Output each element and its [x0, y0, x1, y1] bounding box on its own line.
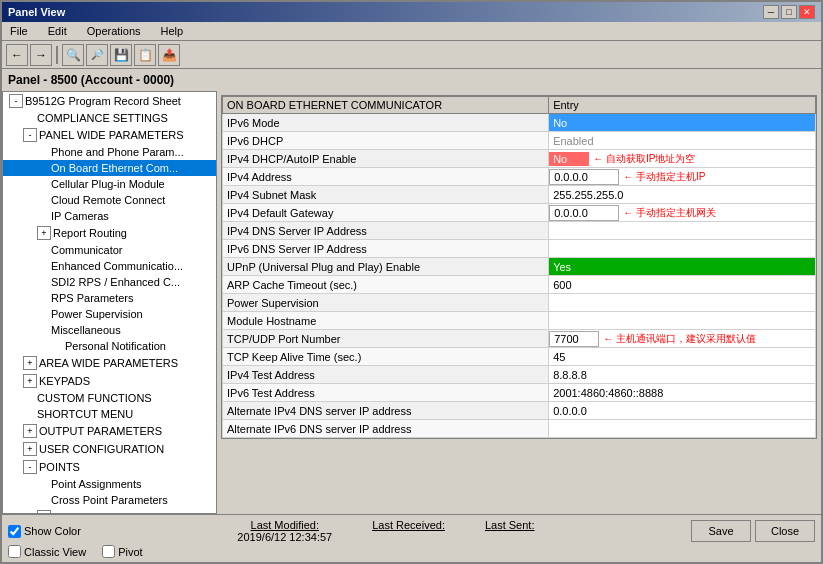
data-table-container[interactable]: ON BOARD ETHERNET COMMUNICATOR Entry IPv… [221, 95, 817, 439]
report-routing-toggle[interactable]: + [37, 226, 51, 240]
tree-onboard[interactable]: On Board Ethernet Com... [3, 160, 216, 176]
tree-user-config[interactable]: + USER CONFIGURATION [3, 440, 216, 458]
row-value[interactable]: No ← 自动获取IP地址为空 [549, 150, 816, 168]
back-button[interactable]: ← [6, 44, 28, 66]
row-value[interactable] [549, 312, 816, 330]
output-label: OUTPUT PARAMETERS [39, 425, 162, 437]
tree-power[interactable]: Power Supervision [3, 306, 216, 322]
row-value[interactable]: 0.0.0.0 ← 手动指定主机IP [549, 168, 816, 186]
table-row: TCP/UDP Port Number 7700 ← 主机通讯端口，建议采用默认… [223, 330, 816, 348]
menu-operations[interactable]: Operations [83, 24, 145, 38]
row-value[interactable]: No [549, 114, 816, 132]
table-row: Alternate IPv6 DNS server IP address [223, 420, 816, 438]
tree-panel-wide[interactable]: - PANEL WIDE PARAMETERS [3, 126, 216, 144]
annotation-tcp-port: ← 主机通讯端口，建议采用默认值 [603, 332, 756, 346]
search2-button[interactable]: 🔎 [86, 44, 108, 66]
table-row: UPnP (Universal Plug and Play) Enable Ye… [223, 258, 816, 276]
close-button-bottom[interactable]: Close [755, 520, 815, 542]
row-value[interactable]: 7700 ← 主机通讯端口，建议采用默认值 [549, 330, 816, 348]
phone-label: Phone and Phone Param... [51, 146, 184, 158]
tree-output[interactable]: + OUTPUT PARAMETERS [3, 422, 216, 440]
panel-wide-toggle[interactable]: - [23, 128, 37, 142]
row-value[interactable] [549, 222, 816, 240]
show-color-checkbox[interactable] [8, 525, 21, 538]
row-label: Alternate IPv4 DNS server IP address [223, 402, 549, 420]
menu-file[interactable]: File [6, 24, 32, 38]
pivot-checkbox[interactable] [102, 545, 115, 558]
row-value[interactable]: 2001:4860:4860::8888 [549, 384, 816, 402]
user-config-toggle[interactable]: + [23, 442, 37, 456]
tree-cross-point[interactable]: Cross Point Parameters [3, 492, 216, 508]
pivot-label[interactable]: Pivot [102, 545, 142, 558]
toolbar: ← → 🔍 🔎 💾 📋 📤 [2, 41, 821, 69]
tree-custom-fn[interactable]: CUSTOM FUNCTIONS [3, 390, 216, 406]
root-toggle[interactable]: - [9, 94, 23, 108]
tree-cellular[interactable]: Cellular Plug-in Module [3, 176, 216, 192]
tree-ipcameras[interactable]: IP Cameras [3, 208, 216, 224]
row-label: TCP Keep Alive Time (sec.) [223, 348, 549, 366]
points-label: POINTS [39, 461, 80, 473]
row-value[interactable]: 0.0.0.0 [549, 402, 816, 420]
row-value[interactable] [549, 294, 816, 312]
tree-report-routing[interactable]: + Report Routing [3, 224, 216, 242]
menu-help[interactable]: Help [157, 24, 188, 38]
maximize-button[interactable]: □ [781, 5, 797, 19]
menu-bar: File Edit Operations Help [2, 22, 821, 41]
ipcameras-label: IP Cameras [51, 210, 109, 222]
separator1 [56, 46, 58, 64]
save-button[interactable]: Save [691, 520, 751, 542]
close-button[interactable]: ✕ [799, 5, 815, 19]
row-value[interactable]: Enabled [549, 132, 816, 150]
row-label: IPv6 DNS Server IP Address [223, 240, 549, 258]
window-controls: ─ □ ✕ [763, 5, 815, 19]
row-value[interactable]: 0.0.0.0 ← 手动指定主机网关 [549, 204, 816, 222]
tree-rps-params[interactable]: RPS Parameters [3, 290, 216, 306]
tree-root[interactable]: - B9512G Program Record Sheet [3, 92, 216, 110]
tree-shortcut[interactable]: SHORTCUT MENU [3, 406, 216, 422]
points-toggle[interactable]: - [23, 460, 37, 474]
tree-points[interactable]: - POINTS [3, 458, 216, 476]
row-value[interactable]: 45 [549, 348, 816, 366]
search-button[interactable]: 🔍 [62, 44, 84, 66]
output-toggle[interactable]: + [23, 424, 37, 438]
cloud-label: Cloud Remote Connect [51, 194, 165, 206]
tree-enhanced-comm[interactable]: Enhanced Communicatio... [3, 258, 216, 274]
minimize-button[interactable]: ─ [763, 5, 779, 19]
tree-keypads[interactable]: + KEYPADS [3, 372, 216, 390]
row-value[interactable]: Yes [549, 258, 816, 276]
forward-button[interactable]: → [30, 44, 52, 66]
tree-sdi2[interactable]: SDI2 RPS / Enhanced C... [3, 274, 216, 290]
area-wide-toggle[interactable]: + [23, 356, 37, 370]
tree-point-assign[interactable]: Point Assignments [3, 476, 216, 492]
tree-cloud[interactable]: Cloud Remote Connect [3, 192, 216, 208]
tree-phone[interactable]: Phone and Phone Param... [3, 144, 216, 160]
export-button[interactable]: 📤 [158, 44, 180, 66]
tree-compliance[interactable]: COMPLIANCE SETTINGS [3, 110, 216, 126]
title-bar: Panel View ─ □ ✕ [2, 2, 821, 22]
table-row: IPv4 Default Gateway 0.0.0.0 ← 手动指定主机网关 [223, 204, 816, 222]
save-toolbar-button[interactable]: 💾 [110, 44, 132, 66]
keypads-toggle[interactable]: + [23, 374, 37, 388]
table-row: Alternate IPv4 DNS server IP address 0.0… [223, 402, 816, 420]
table-row: Module Hostname [223, 312, 816, 330]
show-color-label[interactable]: Show Color [8, 525, 81, 538]
onboard-label: On Board Ethernet Com... [51, 162, 178, 174]
tree-area-wide[interactable]: + AREA WIDE PARAMETERS [3, 354, 216, 372]
row-value[interactable]: 8.8.8.8 [549, 366, 816, 384]
classic-view-label[interactable]: Classic View [8, 545, 86, 558]
sidebar: - B9512G Program Record Sheet COMPLIANCE… [2, 91, 217, 514]
annotation-ipv4-addr: ← 手动指定主机IP [623, 170, 705, 184]
menu-edit[interactable]: Edit [44, 24, 71, 38]
row-value[interactable] [549, 240, 816, 258]
btn-area: Save Close [691, 520, 815, 542]
table-row: IPv6 DNS Server IP Address [223, 240, 816, 258]
classic-view-checkbox[interactable] [8, 545, 21, 558]
tree-misc[interactable]: Miscellaneous [3, 322, 216, 338]
tree-personal[interactable]: Personal Notification [3, 338, 216, 354]
row-value[interactable]: 600 [549, 276, 816, 294]
row-value[interactable] [549, 420, 816, 438]
row-label: IPv4 Subnet Mask [223, 186, 549, 204]
tree-communicator[interactable]: Communicator [3, 242, 216, 258]
copy-button[interactable]: 📋 [134, 44, 156, 66]
row-value[interactable]: 255.255.255.0 [549, 186, 816, 204]
